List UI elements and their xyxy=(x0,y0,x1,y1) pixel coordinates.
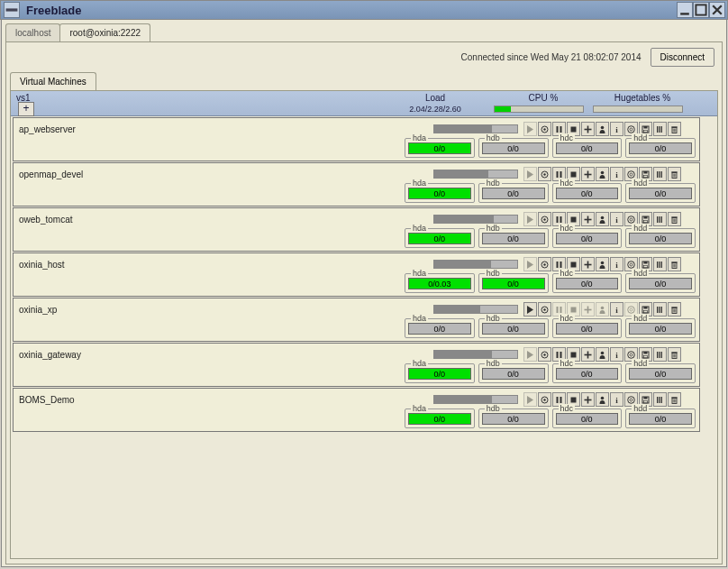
trash-button[interactable] xyxy=(668,212,681,226)
disk-group-hda: hda 0/0 xyxy=(405,183,475,203)
bars-button[interactable] xyxy=(653,302,667,317)
info-button[interactable] xyxy=(610,257,623,271)
cross-button[interactable] xyxy=(581,212,595,226)
info-button[interactable] xyxy=(610,347,623,362)
vm-disks: hda 0/0 hdb 0/0 hdc 0/0 hdd 0/0 xyxy=(17,183,696,203)
disk-io-bar: 0/0 xyxy=(408,188,471,199)
target-button[interactable] xyxy=(538,347,551,362)
disk-io-bar: 0/0 xyxy=(408,323,471,335)
cross-button[interactable] xyxy=(581,167,595,181)
cross-button[interactable] xyxy=(581,347,595,362)
trash-button[interactable] xyxy=(668,167,681,181)
maximize-button[interactable] xyxy=(693,2,709,18)
target-button[interactable] xyxy=(538,167,551,181)
close-button[interactable] xyxy=(709,2,725,18)
person-button[interactable] xyxy=(596,167,609,181)
disk-group-hdb: hdb 0/0 xyxy=(478,138,549,158)
person-button[interactable] xyxy=(596,392,609,407)
person-button[interactable] xyxy=(596,257,609,271)
disk-label: hda xyxy=(411,269,428,278)
svg-rect-2 xyxy=(696,5,705,14)
disconnect-button[interactable]: Disconnect xyxy=(651,48,714,67)
trash-button[interactable] xyxy=(668,257,681,271)
vm-usage-bar xyxy=(433,395,518,404)
vm-usage-bar xyxy=(433,170,518,179)
disk-label: hdc xyxy=(559,133,576,142)
bars-button[interactable] xyxy=(653,347,667,362)
info-button[interactable] xyxy=(610,392,623,407)
vm-toolbar xyxy=(523,392,681,407)
window-title: Freeblade xyxy=(23,4,677,17)
person-button[interactable] xyxy=(596,122,609,136)
minimize-button[interactable] xyxy=(677,2,693,18)
disk-label: hda xyxy=(411,224,428,233)
disk-group-hda: hda 0/0 xyxy=(405,408,475,428)
disk-label: hda xyxy=(411,179,428,188)
vm-name: oxinia_xp xyxy=(17,305,433,315)
disk-group-hdc: hdc 0/0 xyxy=(552,408,623,428)
vm-disks: hda 0/0 hdb 0/0 hdc 0/0 hdd 0/0 xyxy=(17,318,696,338)
disk-io-bar: 0/0 xyxy=(482,278,545,289)
target-button[interactable] xyxy=(538,302,551,317)
disk-label: hdd xyxy=(632,133,649,142)
bars-button[interactable] xyxy=(653,257,667,271)
info-button[interactable] xyxy=(610,122,623,136)
add-vm-button[interactable]: + xyxy=(18,102,34,116)
vm-list[interactable]: ap_webserver hda 0/0 hdb 0/0 hdc 0/0 hdd… xyxy=(11,116,717,559)
disk-io-bar: 0/0 xyxy=(556,368,619,380)
disk-label: hda xyxy=(411,404,428,413)
play-button xyxy=(523,212,537,226)
bars-button[interactable] xyxy=(653,122,667,136)
vm-disks: hda 0/0 hdb 0/0 hdc 0/0 hdd 0/0 xyxy=(17,408,696,428)
disk-label: hdc xyxy=(559,359,576,368)
target-button[interactable] xyxy=(538,212,551,226)
vm-usage-bar xyxy=(433,215,518,224)
bars-button[interactable] xyxy=(653,212,667,226)
disk-label: hdb xyxy=(485,404,502,413)
trash-button[interactable] xyxy=(668,122,681,136)
system-menu-button[interactable] xyxy=(4,2,20,18)
info-button[interactable] xyxy=(610,167,623,181)
target-button[interactable] xyxy=(538,257,551,271)
info-button[interactable] xyxy=(610,212,623,226)
disk-label: hdd xyxy=(632,314,649,323)
vm-name: oxinia_gateway xyxy=(17,350,433,360)
disk-group-hdc: hdc 0/0 xyxy=(552,138,623,158)
vm-usage-bar xyxy=(433,305,518,314)
disk-label: hdb xyxy=(485,314,502,323)
disk-label: hdd xyxy=(632,404,649,413)
trash-button[interactable] xyxy=(668,392,681,407)
disk-group-hdd: hdd 0/0 xyxy=(625,273,696,293)
cross-button[interactable] xyxy=(581,392,595,407)
connection-tab-localhost[interactable]: localhost xyxy=(5,23,60,41)
disk-io-bar: 0/0 xyxy=(556,142,619,154)
vm-disks: hda 0/0 hdb 0/0 hdc 0/0 hdd 0/0 xyxy=(17,138,696,158)
play-button[interactable] xyxy=(523,302,537,317)
bars-button[interactable] xyxy=(653,167,667,181)
disk-group-hdd: hdd 0/0 xyxy=(625,183,696,203)
vm-row: BOMS_Demo hda 0/0 hdb 0/0 hdc 0/0 hdd 0/… xyxy=(13,388,700,432)
connection-tab-remote[interactable]: root@oxinia:2222 xyxy=(59,23,150,41)
disk-group-hdc: hdc 0/0 xyxy=(552,273,623,293)
vm-panel: vs1 Load CPU % Hugetables % + 2.04/2.28/… xyxy=(10,90,718,559)
disk-label: hdb xyxy=(485,269,502,278)
disk-io-bar: 0/0 xyxy=(629,323,692,335)
trash-button[interactable] xyxy=(668,347,681,362)
vm-row: oxinia_host hda 0/0.03 hdb 0/0 hdc 0/0 h… xyxy=(13,252,700,297)
trash-button[interactable] xyxy=(668,302,681,317)
target-button[interactable] xyxy=(538,392,551,407)
bars-button[interactable] xyxy=(653,392,667,407)
tab-virtual-machines[interactable]: Virtual Machines xyxy=(10,72,96,90)
person-button[interactable] xyxy=(596,347,609,362)
play-button xyxy=(523,257,537,271)
target-button[interactable] xyxy=(538,122,551,136)
vm-usage-bar xyxy=(433,124,518,133)
cross-button[interactable] xyxy=(581,257,595,271)
disk-label: hdd xyxy=(632,269,649,278)
person-button[interactable] xyxy=(596,212,609,226)
disk-io-bar: 0/0 xyxy=(629,233,692,244)
disk-group-hdd: hdd 0/0 xyxy=(625,408,696,428)
info-button[interactable] xyxy=(610,302,623,317)
cross-button[interactable] xyxy=(581,122,595,136)
disk-label: hdc xyxy=(559,224,576,233)
